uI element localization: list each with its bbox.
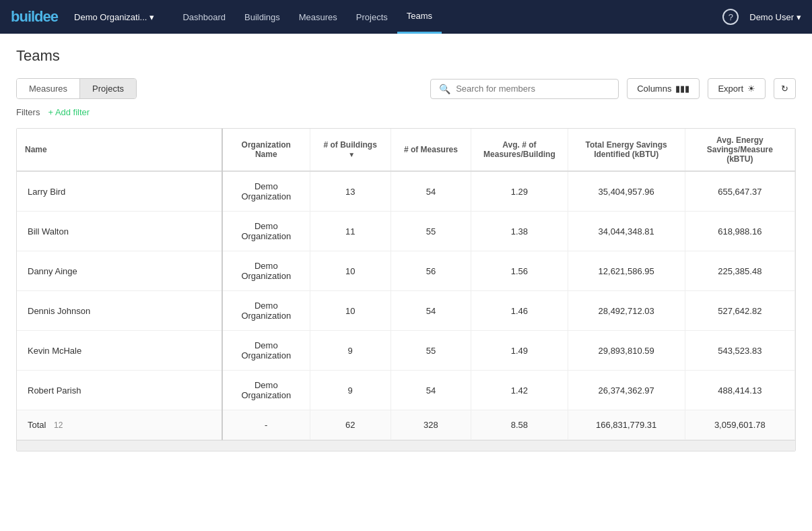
columns-icon: ▮▮▮: [675, 84, 689, 94]
export-button[interactable]: Export ☀: [708, 78, 766, 99]
cell-avg-energy: 655,647.37: [685, 171, 794, 212]
tab-projects[interactable]: Projects: [80, 79, 136, 98]
cell-energy: 26,374,362.97: [568, 371, 685, 410]
cell-buildings: 10: [310, 251, 391, 291]
toolbar: Measures Projects 🔍 Columns ▮▮▮ Export ☀…: [16, 78, 796, 99]
col-energy-header: Total Energy Savings Identified (kBTU): [568, 129, 685, 171]
cell-name: Robert Parish: [17, 371, 222, 410]
cell-total-org: -: [222, 410, 310, 440]
sort-icon: ▼: [348, 151, 355, 158]
table-scroll-x[interactable]: Name Organization Name # of Buildings ▼ …: [17, 129, 795, 440]
cell-org: Demo Organization: [222, 171, 310, 212]
refresh-icon: ↻: [781, 84, 788, 94]
cell-avg-energy: 527,642.82: [685, 291, 794, 331]
columns-button[interactable]: Columns ▮▮▮: [627, 78, 700, 99]
cell-org: Demo Organization: [222, 331, 310, 371]
cell-total-label: Total 12: [17, 410, 222, 440]
cell-avg-mb: 1.49: [471, 331, 568, 371]
cell-energy: 28,492,712.03: [568, 291, 685, 331]
cell-org: Demo Organization: [222, 251, 310, 291]
cell-avg-energy: 618,988.16: [685, 212, 794, 251]
cell-avg-mb: 1.38: [471, 212, 568, 251]
total-count: 12: [54, 420, 63, 430]
nav-links: Dashboard Buildings Measures Projects Te…: [173, 0, 722, 34]
table-header-row: Name Organization Name # of Buildings ▼ …: [17, 129, 795, 171]
cell-measures: 54: [391, 371, 471, 410]
cell-name: Dennis Johnson: [17, 291, 222, 331]
tab-measures[interactable]: Measures: [17, 79, 80, 98]
cell-total-measures: 328: [391, 410, 471, 440]
nav-teams[interactable]: Teams: [397, 0, 442, 34]
chevron-down-icon: ▾: [149, 12, 154, 22]
org-selector[interactable]: Demo Organizati... ▾: [74, 12, 154, 22]
cell-avg-mb: 1.56: [471, 251, 568, 291]
table-row: Danny Ainge Demo Organization 10 56 1.56…: [17, 251, 795, 291]
cell-avg-energy: 488,414.13: [685, 371, 794, 410]
nav-dashboard[interactable]: Dashboard: [173, 0, 235, 34]
cell-avg-mb: 1.46: [471, 291, 568, 331]
add-filter-button[interactable]: + Add filter: [48, 107, 90, 117]
nav-projects[interactable]: Projects: [347, 0, 397, 34]
cell-name: Larry Bird: [17, 171, 222, 212]
table-row: Kevin McHale Demo Organization 9 55 1.49…: [17, 331, 795, 371]
brand-logo: buildee: [11, 8, 58, 26]
col-name-header: Name: [17, 129, 222, 171]
user-chevron-icon: ▾: [797, 12, 801, 22]
table-row: Dennis Johnson Demo Organization 10 54 1…: [17, 291, 795, 331]
cell-name: Danny Ainge: [17, 251, 222, 291]
cell-measures: 55: [391, 331, 471, 371]
data-table-wrapper: Name Organization Name # of Buildings ▼ …: [16, 128, 796, 451]
cell-name: Bill Walton: [17, 212, 222, 251]
refresh-button[interactable]: ↻: [774, 78, 796, 99]
search-input[interactable]: [456, 84, 610, 94]
cell-buildings: 9: [310, 371, 391, 410]
nav-measures[interactable]: Measures: [290, 0, 347, 34]
search-box[interactable]: 🔍: [430, 79, 619, 99]
cell-measures: 55: [391, 212, 471, 251]
cell-buildings: 10: [310, 291, 391, 331]
navbar: buildee Demo Organizati... ▾ Dashboard B…: [0, 0, 812, 34]
data-table: Name Organization Name # of Buildings ▼ …: [17, 129, 795, 440]
table-row: Bill Walton Demo Organization 11 55 1.38…: [17, 212, 795, 251]
cell-buildings: 9: [310, 331, 391, 371]
cell-avg-energy: 225,385.48: [685, 251, 794, 291]
cell-energy: 29,893,810.59: [568, 331, 685, 371]
col-avg-mb-header: Avg. # of Measures/Building: [471, 129, 568, 171]
cell-org: Demo Organization: [222, 212, 310, 251]
user-menu[interactable]: Demo User ▾: [749, 12, 801, 22]
export-icon: ☀: [747, 84, 755, 94]
table-body: Larry Bird Demo Organization 13 54 1.29 …: [17, 171, 795, 440]
nav-buildings[interactable]: Buildings: [235, 0, 290, 34]
cell-avg-mb: 1.29: [471, 171, 568, 212]
cell-total-avg-mb: 8.58: [471, 410, 568, 440]
col-measures-header: # of Measures: [391, 129, 471, 171]
table-row: Robert Parish Demo Organization 9 54 1.4…: [17, 371, 795, 410]
navbar-right: ? Demo User ▾: [722, 9, 801, 25]
horizontal-scrollbar[interactable]: [17, 440, 795, 451]
cell-energy: 35,404,957.96: [568, 171, 685, 212]
cell-total-avg-energy: 3,059,601.78: [685, 410, 794, 440]
help-icon[interactable]: ?: [722, 9, 739, 25]
cell-avg-energy: 543,523.83: [685, 331, 794, 371]
search-icon: 🔍: [439, 84, 450, 94]
filters-label: Filters: [16, 107, 40, 117]
page-content: Teams Measures Projects 🔍 Columns ▮▮▮ Ex…: [0, 34, 812, 531]
total-row: Total 12 - 62 328 8.58 166,831,779.31 3,…: [17, 410, 795, 440]
cell-org: Demo Organization: [222, 371, 310, 410]
cell-energy: 34,044,348.81: [568, 212, 685, 251]
cell-measures: 56: [391, 251, 471, 291]
cell-buildings: 11: [310, 212, 391, 251]
table-row: Larry Bird Demo Organization 13 54 1.29 …: [17, 171, 795, 212]
col-buildings-header[interactable]: # of Buildings ▼: [310, 129, 391, 171]
cell-energy: 12,621,586.95: [568, 251, 685, 291]
filters-row: Filters + Add filter: [16, 107, 796, 117]
page-title: Teams: [16, 47, 796, 65]
cell-measures: 54: [391, 291, 471, 331]
cell-buildings: 13: [310, 171, 391, 212]
cell-name: Kevin McHale: [17, 331, 222, 371]
cell-measures: 54: [391, 171, 471, 212]
cell-total-buildings: 62: [310, 410, 391, 440]
col-org-header: Organization Name: [222, 129, 310, 171]
cell-total-energy: 166,831,779.31: [568, 410, 685, 440]
tab-group: Measures Projects: [16, 78, 137, 99]
